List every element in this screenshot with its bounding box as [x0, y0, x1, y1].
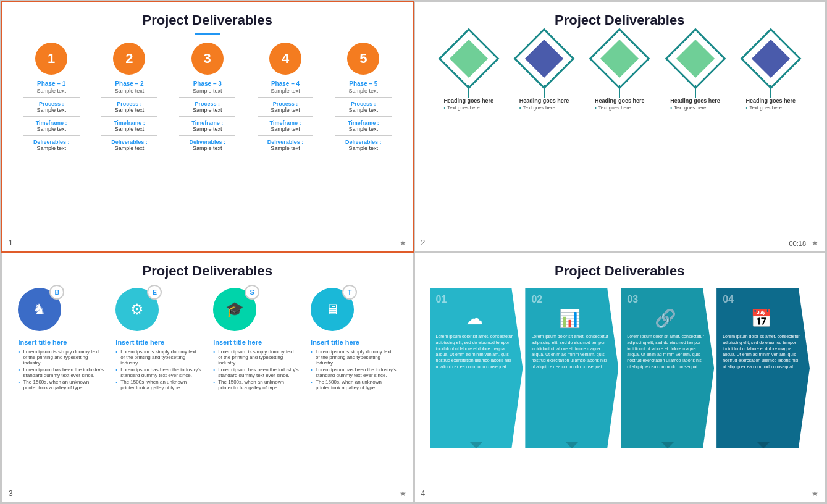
- s3-bullet: The 1500s, when an unknown printer took …: [115, 379, 201, 390]
- phase-name: Phase – 2: [115, 80, 143, 88]
- diamond-inner: [525, 40, 563, 78]
- s3-icon: ⚙: [130, 301, 144, 318]
- diamond-heading: Heading goes here: [746, 98, 796, 104]
- phase-process-val: Sample text: [36, 107, 66, 113]
- phase-timeframe-val: Sample text: [271, 126, 300, 132]
- phase-timeframe-label: Timeframe :: [348, 120, 379, 126]
- s3-bullet: The 1500s, when an unknown printer took …: [18, 379, 104, 390]
- slide1-phases: 1 Phase – 1 Sample text Process : Sample…: [12, 43, 403, 151]
- s3-bullet: Lorem ipsum has been the industry's stan…: [213, 367, 299, 378]
- phase-divider: [101, 116, 157, 117]
- phase-divider: [258, 116, 314, 117]
- diamond-outer: [589, 28, 650, 90]
- diamond-item: Heading goes here Text goes here: [670, 37, 720, 111]
- slide2-star: ★: [812, 238, 818, 247]
- diamond-inner: [676, 40, 714, 78]
- slide2-title: Project Deliverables: [425, 12, 815, 28]
- phase-divider: [335, 97, 392, 98]
- s3-item: ♞ B Insert title here Lorem ipsum is sim…: [18, 288, 104, 392]
- s3-icon: 🖥: [325, 301, 340, 318]
- arrow-card: 03 🔗 Lorem ipsum dolor sit amet, consect…: [621, 288, 714, 448]
- diamond-bullet: Text goes here: [670, 105, 720, 111]
- slide-1[interactable]: Project Deliverables 1 Phase – 1 Sample …: [2, 2, 413, 251]
- diamond-text: Heading goes here Text goes here: [595, 98, 645, 111]
- arrow-card: 04 📅 Lorem ipsum dolor sit amet, consect…: [716, 288, 810, 448]
- arrow-num: 03: [627, 294, 638, 305]
- phase-circle: 5: [347, 43, 379, 75]
- phase-divider: [101, 135, 157, 136]
- arrow-text: Lorem ipsum dolor sit amet, consectetur …: [531, 334, 608, 370]
- phase-timeframe-val: Sample text: [115, 126, 145, 132]
- s3-bullet: Lorem ipsum is simply dummy text of the …: [18, 349, 104, 366]
- phase-process-label: Process :: [117, 101, 142, 107]
- s3-badge: E: [147, 285, 162, 300]
- phase-circle: 2: [113, 43, 145, 75]
- phase-deliverables-label: Deliverables :: [189, 139, 225, 145]
- arrow-num: 02: [531, 294, 542, 305]
- arrow-num: 01: [436, 294, 447, 305]
- slide3-items: ♞ B Insert title here Lorem ipsum is sim…: [12, 288, 403, 392]
- phase-deliverables-label: Deliverables :: [33, 139, 70, 145]
- diamond-outer: [438, 28, 499, 90]
- phase-timeframe-label: Timeframe :: [36, 120, 67, 126]
- s3-insert-title: Insert title here: [213, 338, 262, 346]
- diamond-item: Heading goes here Text goes here: [443, 37, 493, 111]
- phase-timeframe-label: Timeframe :: [270, 120, 301, 126]
- s3-circle-wrapper: ⚙ E: [115, 288, 159, 331]
- diamond-bullet: Text goes here: [519, 105, 569, 111]
- slide3-title: Project Deliverables: [12, 263, 403, 279]
- phase-process-val: Sample text: [349, 107, 379, 113]
- diamond-inner: [752, 40, 790, 78]
- slide-3[interactable]: Project Deliverables ♞ B Insert title he…: [2, 253, 413, 502]
- diamond-text: Heading goes here Text goes here: [443, 98, 493, 111]
- s3-insert-title: Insert title here: [18, 338, 67, 346]
- phase-deliverables-val: Sample text: [271, 145, 300, 151]
- phase-sample: Sample text: [36, 88, 66, 94]
- arrow-icon: 🔗: [655, 308, 676, 329]
- s3-item: 🎓 S Insert title here Lorem ipsum is sim…: [213, 288, 299, 392]
- s3-badge: T: [342, 285, 357, 300]
- s3-insert-title: Insert title here: [115, 338, 164, 346]
- s3-bullet: Lorem ipsum has been the industry's stan…: [311, 367, 397, 378]
- s3-badge: S: [245, 285, 259, 300]
- phase-timeframe-val: Sample text: [349, 126, 379, 132]
- phase-timeframe-label: Timeframe :: [114, 120, 145, 126]
- arrow-text: Lorem ipsum dolor sit amet, consectetur …: [723, 334, 800, 370]
- phase-process-val: Sample text: [193, 107, 222, 113]
- s3-circle-wrapper: 🎓 S: [213, 288, 256, 331]
- phase-process-val: Sample text: [115, 107, 145, 113]
- phase-col: 3 Phase – 3 Sample text Process : Sample…: [172, 43, 243, 151]
- s3-circle-wrapper: 🖥 T: [311, 288, 354, 331]
- slide-4[interactable]: Project Deliverables 01 ☁ Lorem ipsum do…: [415, 253, 825, 502]
- diamond-heading: Heading goes here: [670, 98, 720, 104]
- s3-bullet: Lorem ipsum is simply dummy text of the …: [213, 349, 299, 366]
- phase-name: Phase – 5: [349, 80, 377, 88]
- phase-name: Phase – 3: [193, 80, 222, 88]
- arrow-bottom-triangle: [661, 442, 674, 448]
- arrow-icon: 📅: [750, 308, 772, 329]
- phase-sample: Sample text: [349, 88, 379, 94]
- diamond-outer: [513, 28, 574, 90]
- arrow-text: Lorem ipsum dolor sit amet, consectetur …: [627, 334, 704, 370]
- phase-process-val: Sample text: [271, 107, 300, 113]
- diamond-bullet: Text goes here: [746, 105, 796, 111]
- phase-deliverables-val: Sample text: [115, 145, 145, 151]
- phase-circle: 3: [191, 43, 224, 75]
- slide-number-1: 1: [9, 238, 13, 247]
- diamond-item: Heading goes here Text goes here: [595, 37, 645, 111]
- s3-bullet: Lorem ipsum has been the industry's stan…: [115, 367, 201, 378]
- slide-2[interactable]: Project Deliverables Heading goes here T…: [415, 2, 825, 251]
- s3-bullet: Lorem ipsum is simply dummy text of the …: [115, 349, 201, 366]
- phase-col: 4 Phase – 4 Sample text Process : Sample…: [250, 43, 321, 151]
- phase-col: 5 Phase – 5 Sample text Process : Sample…: [329, 43, 399, 151]
- phase-divider: [23, 116, 80, 117]
- phase-deliverables-label: Deliverables :: [111, 139, 148, 145]
- arrow-bottom-triangle: [470, 442, 482, 448]
- diamond-text: Heading goes here Text goes here: [519, 98, 569, 111]
- phase-sample: Sample text: [115, 88, 145, 94]
- slide1-star: ★: [400, 238, 406, 247]
- diamond-outer: [665, 28, 726, 90]
- phase-sample: Sample text: [193, 88, 222, 94]
- diamond-text: Heading goes here Text goes here: [670, 98, 720, 111]
- diamond-heading: Heading goes here: [519, 98, 569, 104]
